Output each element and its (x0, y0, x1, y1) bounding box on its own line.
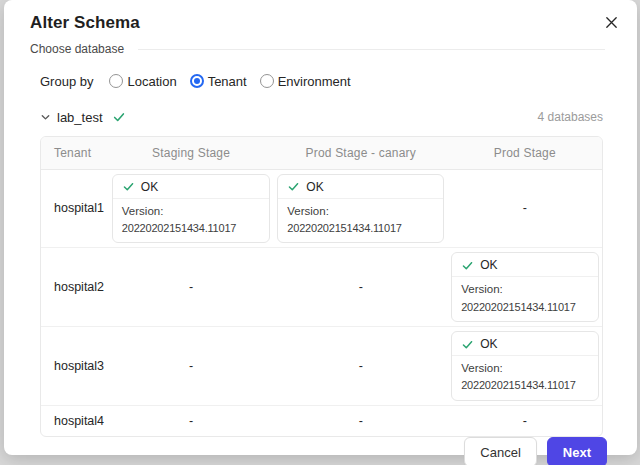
modal-content: Group by Location Tenant Environment lab… (4, 56, 637, 437)
status-card: OK Version: 20220202151434.11017 (451, 252, 598, 322)
version-label: Version: (461, 360, 589, 377)
status-card: OK Version: 20220202151434.11017 (277, 174, 444, 244)
next-button[interactable]: Next (547, 437, 607, 465)
table-row-hospital1: hospital1 OK Version: 20220202151434.110… (41, 169, 602, 248)
prod-cell: - (448, 405, 602, 436)
status-card: OK Version: 20220202151434.11017 (112, 174, 270, 244)
prod-canary-cell: OK Version: 20220202151434.11017 (274, 169, 448, 248)
table-row-hospital3: hospital3 - - OK Version: (41, 327, 602, 406)
status-card-body: Version: 20220202151434.11017 (452, 277, 597, 321)
radio-option-location[interactable]: Location (109, 74, 176, 89)
staging-cell: - (108, 405, 273, 436)
check-icon (122, 180, 135, 193)
status-card-header: OK (113, 175, 269, 199)
prod-cell: OK Version: 20220202151434.11017 (448, 248, 602, 327)
prod-cell: - (448, 169, 602, 248)
tenant-cell: hospital1 (41, 169, 108, 248)
version-label: Version: (287, 203, 435, 220)
modal-header: Alter Schema Choose database (4, 0, 637, 56)
version-label: Version: (122, 203, 261, 220)
close-icon (604, 15, 619, 30)
subtitle-row: Choose database (30, 42, 611, 56)
version-value: 20220202151434.11017 (461, 299, 589, 316)
modal-footer: Cancel Next (4, 437, 637, 465)
tenant-cell: hospital3 (41, 327, 108, 406)
check-icon (287, 180, 300, 193)
group-by-label: Group by (40, 74, 93, 89)
radio-location-icon[interactable] (109, 74, 123, 88)
version-value: 20220202151434.11017 (287, 220, 435, 237)
status-card-body: Version: 20220202151434.11017 (113, 199, 269, 243)
table-row-hospital4: hospital4 - - - (41, 405, 602, 436)
schema-table: Tenant Staging Stage Prod Stage - canary… (40, 136, 603, 437)
chevron-down-icon (40, 112, 51, 123)
column-header-staging: Staging Stage (108, 137, 273, 169)
radio-option-environment[interactable]: Environment (260, 74, 351, 89)
column-header-prod: Prod Stage (448, 137, 602, 169)
radio-option-tenant[interactable]: Tenant (190, 74, 247, 89)
radio-environment-icon[interactable] (260, 74, 274, 88)
status-label: OK (306, 180, 323, 194)
column-header-prod-canary: Prod Stage - canary (274, 137, 448, 169)
prod-canary-cell: - (274, 327, 448, 406)
radio-tenant-icon[interactable] (190, 74, 204, 88)
status-card-body: Version: 20220202151434.11017 (278, 199, 443, 243)
status-card-body: Version: 20220202151434.11017 (452, 356, 597, 400)
database-count-label: 4 databases (538, 110, 603, 124)
check-icon (461, 338, 474, 351)
status-card-header: OK (452, 253, 597, 277)
tenant-cell: hospital4 (41, 405, 108, 436)
prod-canary-cell: - (274, 248, 448, 327)
prod-canary-cell: - (274, 405, 448, 436)
status-label: OK (141, 180, 158, 194)
database-group-toggle[interactable]: lab_test (40, 110, 103, 125)
status-card-header: OK (452, 332, 597, 356)
tenant-cell: hospital2 (41, 248, 108, 327)
version-value: 20220202151434.11017 (122, 220, 261, 237)
status-card: OK Version: 20220202151434.11017 (451, 331, 598, 401)
group-by-row: Group by Location Tenant Environment (40, 70, 603, 92)
version-label: Version: (461, 281, 589, 298)
modal-subtitle: Choose database (30, 42, 124, 56)
table-header-row: Tenant Staging Stage Prod Stage - canary… (41, 137, 602, 169)
database-group-row: lab_test 4 databases (40, 106, 603, 128)
group-check-icon (112, 110, 126, 124)
status-card-header: OK (278, 175, 443, 199)
close-button[interactable] (599, 10, 623, 34)
check-icon (461, 259, 474, 272)
status-label: OK (480, 337, 497, 351)
cancel-button[interactable]: Cancel (464, 437, 536, 465)
staging-cell: - (108, 248, 273, 327)
column-header-tenant: Tenant (41, 137, 108, 169)
version-value: 20220202151434.11017 (461, 377, 589, 394)
table-row-hospital2: hospital2 - - OK Version: (41, 248, 602, 327)
alter-schema-modal: Alter Schema Choose database Group by Lo… (4, 0, 637, 455)
database-group-name: lab_test (57, 110, 103, 125)
radio-environment-label: Environment (278, 74, 351, 89)
staging-cell: OK Version: 20220202151434.11017 (108, 169, 273, 248)
radio-tenant-label: Tenant (208, 74, 247, 89)
subtitle-divider (138, 49, 605, 50)
modal-title: Alter Schema (30, 13, 611, 33)
staging-cell: - (108, 327, 273, 406)
radio-location-label: Location (127, 74, 176, 89)
prod-cell: OK Version: 20220202151434.11017 (448, 327, 602, 406)
status-label: OK (480, 258, 497, 272)
